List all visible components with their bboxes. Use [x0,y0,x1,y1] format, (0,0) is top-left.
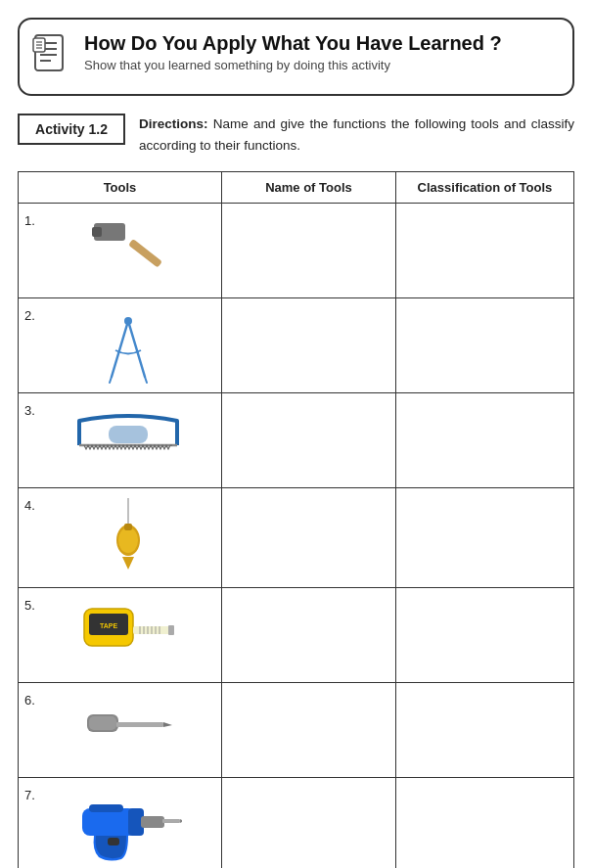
screwdriver-icon [79,699,177,753]
table-row: 1. [19,204,574,298]
tool-img-7 [41,786,215,868]
tool-img-6 [41,691,215,759]
directions-row: Activity 1.2 Directions: Name and give t… [18,114,574,156]
col-header-tools: Tools [19,172,222,204]
svg-rect-44 [141,816,164,828]
tool-img-4 [41,496,215,579]
tape-measure-icon: TAPE [79,599,177,662]
tool-img-5: TAPE [41,596,215,664]
class-cell-1 [395,204,573,298]
header-title: How Do You Apply What You Have Learned ? [84,31,502,55]
svg-marker-41 [163,722,172,727]
row-num-1: 1. [24,211,35,228]
col-header-name: Name of Tools [222,172,396,204]
svg-marker-24 [122,557,134,570]
svg-line-15 [110,377,112,383]
tool-img-2 [41,306,215,385]
svg-line-13 [112,321,128,377]
class-cell-4 [395,488,573,588]
svg-rect-45 [162,819,180,823]
tool-cell-4: 4. [19,488,222,588]
hammer-icon [84,211,172,280]
directions-label: Directions: [139,116,208,131]
svg-rect-20 [109,426,148,443]
svg-rect-40 [116,722,163,727]
svg-point-23 [118,527,138,553]
header-text: How Do You Apply What You Have Learned ?… [84,31,502,72]
name-cell-6 [222,683,396,778]
tool-img-1 [41,211,215,280]
class-cell-2 [395,298,573,393]
class-cell-5 [395,588,573,683]
name-cell-4 [222,488,396,588]
col-header-classification: Classification of Tools [395,172,573,204]
svg-marker-46 [180,819,182,823]
tool-cell-1: 1. [19,204,222,298]
tool-cell-3: 3. [19,393,222,488]
table-row: 2. [19,298,574,393]
row-num-3: 3. [24,401,35,418]
table-row: 4. [19,488,574,588]
tool-cell-7: 7. [19,778,222,868]
tool-cell-2: 2. [19,298,222,393]
name-cell-2 [222,298,396,393]
hacksaw-icon [69,406,187,465]
svg-rect-11 [92,227,102,237]
tool-cell-6: 6. [19,683,222,778]
header-subtitle: Show that you learned something by doing… [84,58,502,72]
class-cell-7 [395,778,573,868]
plumb-bob-icon [104,496,153,579]
row-num-4: 4. [24,496,35,513]
name-cell-5 [222,588,396,683]
tool-cell-5: 5. TAPE [19,588,222,683]
tools-table: Tools Name of Tools Classification of To… [18,171,574,868]
svg-line-16 [145,377,147,383]
svg-line-14 [128,321,145,377]
name-cell-7 [222,778,396,868]
svg-text:TAPE: TAPE [100,622,117,629]
document-icon [31,33,74,82]
svg-rect-47 [108,838,119,845]
row-num-6: 6. [24,691,35,708]
svg-rect-9 [128,239,162,268]
svg-rect-48 [89,804,123,812]
table-row: 6. [19,683,574,778]
name-cell-3 [222,393,396,488]
tool-img-3 [41,401,215,470]
row-num-2: 2. [24,306,35,323]
table-row: 7. [19,778,574,868]
row-num-5: 5. [24,596,35,613]
class-cell-3 [395,393,573,488]
name-cell-1 [222,204,396,298]
directions-text: Directions: Name and give the functions … [139,114,574,156]
drill-icon [74,787,182,868]
svg-rect-25 [124,524,132,530]
svg-rect-42 [82,808,136,836]
table-row: 5. TAPE [19,588,574,683]
svg-rect-37 [168,625,174,635]
header-box: How Do You Apply What You Have Learned ?… [18,18,574,96]
row-num-7: 7. [24,786,35,802]
class-cell-6 [395,683,573,778]
svg-rect-39 [89,716,116,730]
activity-badge: Activity 1.2 [18,114,125,145]
table-row: 3. [19,393,574,488]
compass-icon [94,306,162,385]
